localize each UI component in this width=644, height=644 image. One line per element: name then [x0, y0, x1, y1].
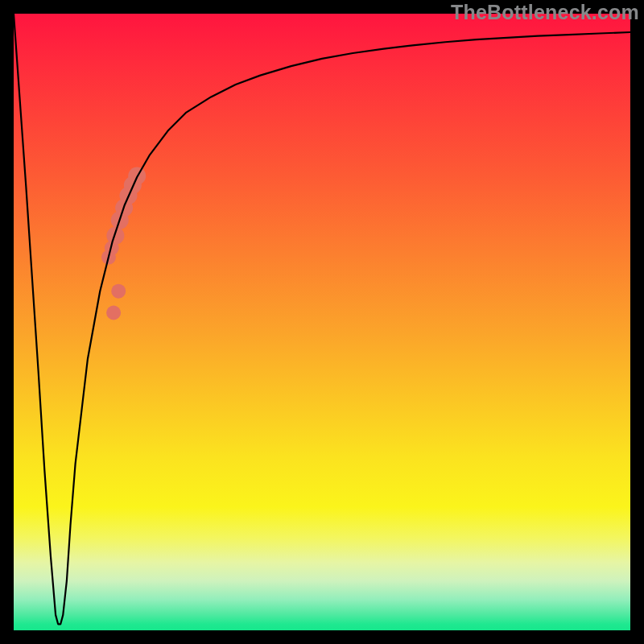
- bottleneck-curve-path: [14, 14, 630, 624]
- chart-overlay: [14, 14, 630, 630]
- curve-marker: [106, 306, 121, 320]
- curve-marker: [111, 284, 126, 299]
- chart-stage: TheBottleneck.com: [0, 0, 644, 644]
- curve-marker: [106, 227, 124, 245]
- marker-group: [101, 167, 146, 320]
